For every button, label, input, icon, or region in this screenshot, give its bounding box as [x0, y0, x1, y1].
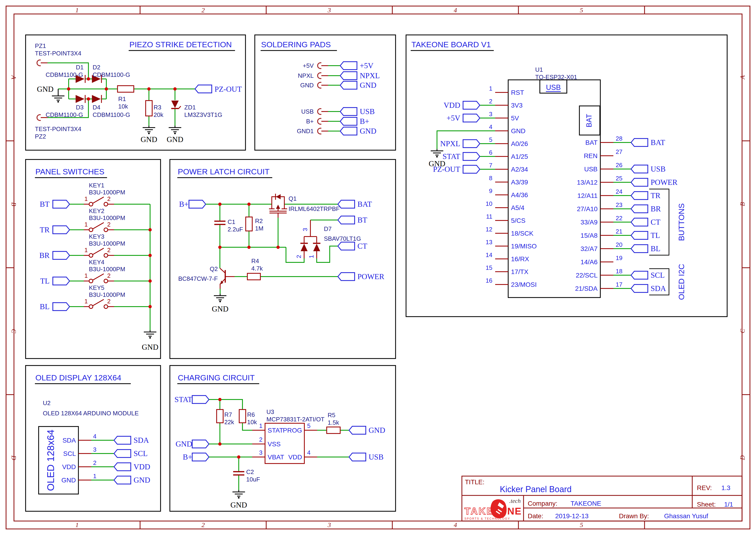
d3-ref: D3: [76, 104, 84, 111]
titleblock-sheet-label: Sheet:: [697, 501, 716, 508]
net-flag-scl-board: [631, 271, 648, 279]
u1-pin18-name: 22/SCL: [576, 272, 598, 279]
u1-ref: U1: [535, 66, 543, 73]
diode-d3: [76, 95, 85, 103]
testpoint-pz1: [37, 60, 47, 66]
u1-left-pin-stubs: [495, 93, 508, 285]
resistor-r5: [327, 427, 340, 434]
u1-pin26-num: 26: [616, 161, 622, 169]
r3-val: 20k: [153, 111, 164, 118]
u1-pin25-name: 13/A12: [577, 179, 598, 186]
key2-ref: KEY2: [89, 208, 104, 214]
solder-pad-row-gnd1: GND1 GND: [297, 127, 376, 135]
switch-row-bt: BT KEY1 B3U-1000PM 1 2: [40, 182, 150, 208]
r6-ref: R6: [247, 411, 255, 418]
latch-title: POWER LATCH CIRCUIT: [178, 167, 269, 176]
frame-col-3-bottom: 3: [327, 521, 331, 528]
net-label-bat-latch: BAT: [357, 200, 372, 208]
net-flag-br-board: [631, 205, 648, 213]
net-flag-tr-board: [631, 192, 648, 200]
gnd-symbol-switches: [144, 330, 156, 339]
piezo-title: PIEZO STRIKE DETECTION: [129, 40, 232, 49]
d1-part: CDBM1100-G: [46, 71, 83, 78]
section-oled-display: OLED DISPLAY 128X64 U2 OLED 128X64 ARDUI…: [26, 366, 161, 511]
frame-row-b-left: B: [10, 202, 17, 206]
u1-pin11-num: 11: [486, 213, 492, 220]
u1-pin19-name: 14/A6: [580, 258, 598, 266]
net-flag-bplus-chg: [192, 453, 209, 461]
net-flag-usb-chg: [349, 453, 366, 461]
r4-ref: R4: [251, 258, 259, 265]
key3-pin1: 1: [85, 246, 88, 254]
u3-pin2-num: 2: [259, 436, 262, 443]
q2-part: BC847CW-7-F: [178, 275, 218, 282]
buttons-group-label: BUTTONS: [677, 203, 686, 241]
net-label-ct-board: CT: [651, 218, 661, 226]
schematic-sheet: 1 2 3 4 5 1 2 3 4 5 A B C D A B C D PIEZ…: [0, 0, 756, 535]
u1-pin23-num: 23: [616, 201, 622, 208]
u3-vdd-name: VDD: [288, 454, 302, 461]
u1-pin4-name: GND: [511, 127, 526, 134]
net-label-gnd-oled: GND: [134, 476, 150, 484]
gnd-symbol-charging: [232, 490, 245, 499]
u1-pin28-num: 28: [616, 135, 622, 142]
net-label-bplus-chg: B+: [183, 453, 192, 461]
gnd-symbol-board: [431, 149, 443, 157]
net-label-tl: TL: [40, 277, 50, 285]
net-flag-power-latch: [338, 273, 355, 281]
u1-pin19-num: 19: [616, 254, 622, 262]
transistor-q2: [220, 268, 234, 289]
titleblock-drawnby-value: Ghassan Yusuf: [664, 512, 708, 520]
titleblock-title-label: TITLE:: [465, 478, 484, 486]
net-label-br: BR: [39, 251, 50, 260]
r3-ref: R3: [153, 104, 161, 111]
mosfet-q1: [269, 194, 287, 218]
u2-scl-name: SCL: [63, 450, 76, 457]
pz2-ref: PZ2: [35, 133, 46, 140]
net-flag-gnd1: [340, 127, 357, 135]
logo-tech-text: .tech: [509, 497, 521, 504]
key2-part: B3U-1000PM: [89, 214, 125, 221]
gnd-symbol-zd1: [169, 126, 181, 134]
net-flag-tl: [53, 277, 69, 285]
net-label-usb: USB: [360, 107, 375, 116]
titleblock-rev-label: REV:: [697, 484, 712, 492]
titleblock-title-value: Kicker Panel Board: [500, 485, 572, 494]
frame-row-d-right: D: [739, 455, 746, 460]
board-gnd-label: GND: [429, 159, 446, 168]
net-label-tr-board: TR: [651, 191, 661, 200]
d7-ref: D7: [324, 225, 332, 232]
net-label-sda-board: SDA: [651, 284, 666, 293]
net-flag-bt: [53, 200, 69, 208]
net-flag-bat-latch: [338, 200, 355, 208]
key5-ref: KEY5: [89, 284, 104, 291]
takeone-logo: TAKE NE .tech SPORTS & TECHNOLOGY: [465, 497, 522, 520]
d7-pin2-num: 2: [295, 255, 302, 258]
frame-col-3-top: 3: [327, 7, 331, 14]
u2-ref: U2: [43, 400, 50, 407]
key2-pin1: 1: [85, 221, 88, 228]
u2-vdd-name: VDD: [62, 463, 76, 470]
q1-part: IRLML6402TRPBF: [288, 205, 340, 212]
net-label-vdd: VDD: [444, 101, 461, 109]
d4-part: CDBM1100-G: [93, 111, 130, 118]
key5-part: B3U-1000PM: [89, 291, 125, 298]
section-panel-switches: PANEL SWITCHES BT KEY1 B3U-1000PM 1 2 TR…: [26, 159, 161, 358]
titleblock-company-label: Company:: [528, 500, 557, 507]
titleblock-company-value: TAKEONE: [571, 500, 601, 507]
u1-pin12-num: 12: [486, 226, 492, 233]
solder-pad-row-5v: +5V +5V: [303, 62, 373, 70]
u1-pin16-num: 16: [486, 277, 492, 284]
u3-pin1-num: 1: [259, 422, 262, 429]
solder-pad-row-bplus: B+ B+: [306, 117, 369, 126]
u3-ref: U3: [266, 408, 274, 415]
u2-gnd-num: 1: [93, 473, 96, 480]
u1-pin7-name: A2/34: [511, 166, 528, 173]
net-label-gnd1: GND: [360, 127, 376, 135]
r5-ref: R5: [328, 411, 335, 419]
resistor-r7: [217, 409, 223, 423]
u1-pin27-name: REN: [584, 152, 598, 159]
piezo-gnd-zd1-label: GND: [167, 135, 183, 144]
switch-key2: [89, 223, 108, 232]
d7-pin1-num: 1: [308, 255, 315, 258]
